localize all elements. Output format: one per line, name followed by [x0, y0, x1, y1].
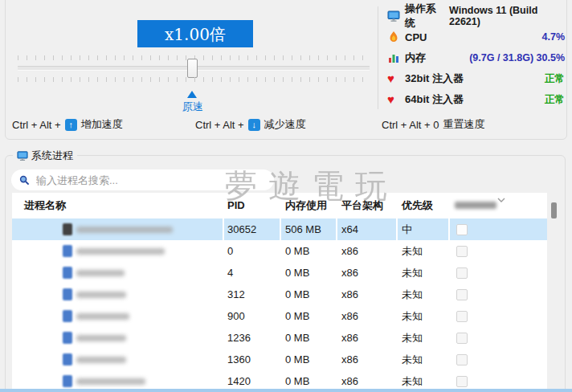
slider-ticks-bottom [18, 77, 370, 82]
memory-value: (9.7G / 31.8G) 30.5% [469, 52, 565, 63]
priority-cell: 中 [402, 218, 412, 240]
cpu-value: 4.7% [542, 31, 566, 43]
origin-marker-icon [187, 91, 197, 98]
row-checkbox[interactable] [456, 224, 468, 235]
memory-cell: 0 MB [285, 305, 309, 327]
table-row[interactable]: 1236 0 MB x86 未知 [12, 327, 547, 349]
arch-cell: x64 [341, 218, 358, 240]
process-table: 进程名称 PID 内存使用 平台架构 优先级 30652 506 MB x64 … [12, 193, 547, 392]
memory-cell: 0 MB [285, 349, 309, 370]
process-name-redacted [76, 292, 126, 298]
row-checkbox[interactable] [456, 311, 468, 322]
speed-slider-thumb[interactable] [187, 59, 198, 78]
table-row[interactable]: 900 0 MB x86 未知 [12, 305, 547, 327]
memory-cell: 0 MB [285, 262, 309, 284]
process-section-legend: 系统进程 [13, 149, 77, 162]
table-scrollbar-thumb[interactable] [551, 202, 557, 218]
header-pid[interactable]: PID [227, 193, 245, 218]
process-icon [63, 353, 72, 365]
memory-cell: 506 MB [285, 218, 321, 240]
pid-cell: 900 [227, 305, 245, 327]
arch-cell: x86 [341, 327, 358, 349]
pid-cell: 30652 [227, 218, 256, 240]
injector64-status: 正常 [545, 93, 565, 107]
computer-icon [17, 150, 28, 161]
info-label: 64bit 注入器 [405, 92, 464, 107]
info-row-cpu: CPU 4.7% [387, 29, 565, 45]
memory-cell: 0 MB [285, 240, 309, 262]
row-checkbox[interactable] [456, 246, 468, 257]
table-row[interactable]: 1360 0 MB x86 未知 [12, 349, 547, 370]
row-checkbox[interactable] [456, 376, 468, 387]
hotkey-decrease-speed: Ctrl + Alt + ↓ 减少速度 [195, 118, 306, 131]
priority-cell: 未知 [402, 240, 423, 262]
row-checkbox[interactable] [456, 289, 468, 300]
priority-cell: 未知 [402, 305, 423, 327]
table-row[interactable]: 312 0 MB x86 未知 [12, 284, 547, 305]
table-row[interactable]: 30652 506 MB x64 中 [12, 218, 547, 240]
chevron-down-icon[interactable] [496, 194, 506, 200]
hotkey-action: 重置速度 [443, 117, 485, 132]
heart-icon: ♥ [387, 72, 400, 85]
process-icon [63, 310, 72, 322]
priority-cell: 未知 [402, 327, 423, 349]
table-row[interactable]: 0 0 MB x86 未知 [12, 240, 547, 262]
pid-cell: 1360 [227, 349, 251, 370]
pid-cell: 0 [227, 240, 233, 262]
hotkey-action: 增加速度 [81, 117, 123, 132]
process-name-redacted [76, 357, 126, 363]
arch-cell: x86 [341, 262, 358, 284]
priority-cell: 未知 [402, 262, 423, 284]
info-row-injector64: ♥ 64bit 注入器 正常 [387, 92, 565, 108]
arrow-down-key-icon: ↓ [248, 119, 260, 131]
search-input[interactable] [35, 174, 266, 187]
process-name-redacted [76, 378, 145, 385]
hotkey-prefix: Ctrl + Alt + 0 [382, 119, 439, 131]
priority-cell: 未知 [402, 349, 423, 370]
process-name-redacted [76, 270, 125, 276]
process-icon [63, 267, 72, 279]
origin-speed-label: 原速 [173, 100, 213, 114]
row-checkbox[interactable] [456, 267, 468, 279]
header-arch[interactable]: 平台架构 [341, 193, 383, 218]
hotkey-reset-speed: Ctrl + Alt + 0 重置速度 [382, 118, 485, 131]
memory-cell: 0 MB [285, 327, 309, 349]
monitor-icon [387, 10, 400, 22]
priority-cell: 未知 [402, 284, 423, 305]
pid-cell: 4 [227, 262, 233, 284]
info-row-memory: 内存 (9.7G / 31.8G) 30.5% [387, 50, 565, 66]
arrow-up-key-icon: ↑ [65, 119, 77, 131]
panel-divider [378, 6, 378, 109]
process-icon [63, 223, 72, 235]
header-memory[interactable]: 内存使用 [285, 193, 327, 218]
process-icon [63, 245, 72, 257]
info-label: CPU [405, 31, 427, 43]
bar-chart-icon [387, 51, 400, 64]
process-search [11, 169, 274, 190]
flame-icon [387, 31, 400, 43]
header-priority[interactable]: 优先级 [402, 193, 433, 218]
row-checkbox[interactable] [456, 354, 468, 365]
info-row-os: 操作系统 Windows 11 (Build 22621) [387, 8, 565, 24]
info-label: 内存 [405, 51, 426, 65]
header-process-name[interactable]: 进程名称 [24, 193, 66, 218]
info-label: 32bit 注入器 [405, 71, 464, 86]
process-icon [63, 332, 72, 344]
hotkey-increase-speed: Ctrl + Alt + ↑ 增加速度 [12, 118, 123, 131]
arch-cell: x86 [341, 284, 358, 305]
process-name-redacted [76, 248, 165, 255]
pid-cell: 1236 [227, 327, 251, 349]
hotkey-action: 减少速度 [264, 117, 306, 132]
arch-cell: x86 [341, 349, 358, 370]
pid-cell: 312 [227, 284, 245, 305]
arch-cell: x86 [341, 240, 358, 262]
process-icon [63, 288, 72, 300]
table-header: 进程名称 PID 内存使用 平台架构 优先级 [12, 193, 547, 218]
table-row[interactable]: 4 0 MB x86 未知 [12, 262, 547, 284]
hotkey-prefix: Ctrl + Alt + [195, 119, 244, 131]
info-row-injector32: ♥ 32bit 注入器 正常 [387, 71, 565, 87]
memory-cell: 0 MB [285, 284, 309, 305]
speed-multiplier-button[interactable]: x1.00倍 [137, 20, 253, 47]
bottom-edge-highlight [0, 389, 572, 392]
row-checkbox[interactable] [456, 333, 468, 344]
